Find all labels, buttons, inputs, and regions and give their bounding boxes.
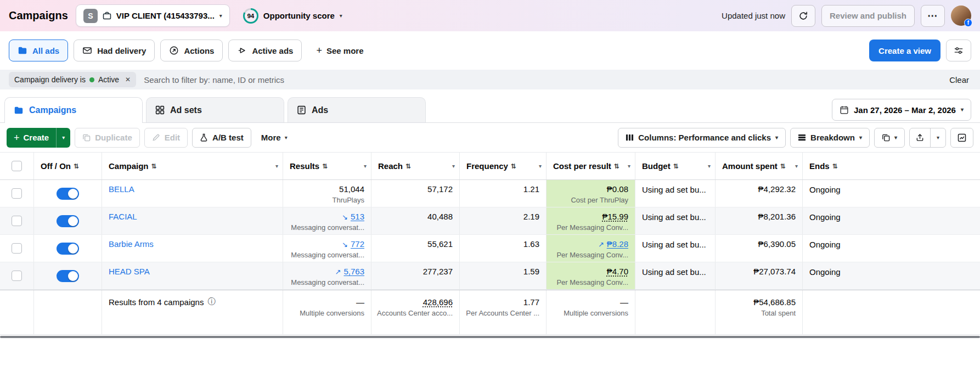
row-checkbox[interactable] <box>12 216 22 226</box>
sort-icon[interactable]: ⇅ <box>614 162 619 170</box>
refresh-button[interactable] <box>791 5 815 27</box>
header-off-on[interactable]: Off / On ⇅ <box>34 153 102 179</box>
chevron-down-icon[interactable]: ▾ <box>795 163 798 169</box>
chevron-down-icon[interactable]: ▾ <box>452 163 455 169</box>
export-icon <box>916 133 924 142</box>
select-all-checkbox[interactable] <box>12 161 22 171</box>
search-input[interactable] <box>144 75 942 85</box>
sort-icon[interactable]: ⇅ <box>322 162 328 170</box>
columns-button[interactable]: Columns: Performance and clicks ▾ <box>618 128 786 148</box>
ab-test-button[interactable]: A/B test <box>192 128 251 148</box>
cost-per-result-value[interactable]: ₱8.28 <box>607 239 628 250</box>
frequency-value: 2.19 <box>523 211 539 222</box>
trend-down-icon: ↘ <box>342 213 348 221</box>
view-charts-button[interactable] <box>950 128 973 148</box>
campaign-link[interactable]: Barbie Arms <box>109 239 154 249</box>
campaign-link[interactable]: HEAD SPA <box>109 267 150 276</box>
toggle-knob <box>68 216 78 226</box>
chevron-down-icon: ▾ <box>62 135 65 140</box>
header-ends[interactable]: Ends ⇅ <box>803 153 980 179</box>
preset-had-delivery[interactable]: Had delivery <box>74 40 155 61</box>
budget-value: Using ad set bu... <box>642 239 706 250</box>
horizontal-scrollbar[interactable] <box>0 336 980 338</box>
tab-ad-sets[interactable]: Ad sets <box>146 97 284 122</box>
results-value[interactable]: 513 <box>351 211 364 222</box>
edit-button[interactable]: Edit <box>144 128 188 148</box>
cost-per-result-value[interactable]: ₱15.99 <box>602 211 628 222</box>
campaign-toggle[interactable] <box>57 215 79 227</box>
header-amount-spent[interactable]: Amount spent ⇅ ▾ <box>716 153 803 179</box>
sort-icon[interactable]: ⇅ <box>780 162 786 170</box>
campaign-toggle[interactable] <box>57 270 79 282</box>
header-results[interactable]: Results ⇅ ▾ <box>283 153 371 179</box>
account-selector[interactable]: S VIP CLIENT (415433793... ▾ <box>76 4 230 27</box>
sort-icon[interactable]: ⇅ <box>405 162 411 170</box>
preset-all-ads[interactable]: All ads <box>9 40 68 61</box>
reports-button[interactable]: ▾ <box>874 128 905 148</box>
header-frequency[interactable]: Frequency ⇅ ▾ <box>460 153 547 179</box>
opportunity-score[interactable]: 94 Opportunity score ▾ <box>243 8 342 24</box>
header-budget[interactable]: Budget ⇅ ▾ <box>635 153 716 179</box>
header-label: Cost per result <box>553 161 611 171</box>
chevron-down-icon[interactable]: ▾ <box>539 163 542 169</box>
sort-icon[interactable]: ⇅ <box>673 162 679 170</box>
profile-avatar[interactable]: f <box>951 5 971 26</box>
summary-amount-sub: Total spent <box>761 309 796 318</box>
preset-active-ads[interactable]: Active ads <box>228 40 302 61</box>
campaign-toggle[interactable] <box>57 243 79 255</box>
create-button[interactable]: + Create ▾ <box>7 128 70 148</box>
header-label: Frequency <box>466 161 508 171</box>
table-row: HEAD SPA ↗ 5,763 Messaging conversat... … <box>0 262 980 290</box>
preset-label: Actions <box>184 46 214 55</box>
filter-chip-campaign-delivery[interactable]: Campaign delivery is Active ✕ <box>9 72 136 87</box>
more-menu-button[interactable]: More ▾ <box>256 133 293 142</box>
chevron-down-icon[interactable]: ▾ <box>708 163 711 169</box>
amount-spent-value: ₱6,390.05 <box>758 239 796 250</box>
header-cost-per-result[interactable]: Cost per result ⇅ ▾ <box>547 153 635 179</box>
duplicate-button[interactable]: Duplicate <box>75 128 140 148</box>
sort-icon[interactable]: ⇅ <box>832 162 838 170</box>
plus-icon: + <box>14 133 20 143</box>
sort-icon[interactable]: ⇅ <box>74 162 79 170</box>
active-status-dot <box>89 77 94 82</box>
row-checkbox[interactable] <box>12 188 22 199</box>
close-icon[interactable]: ✕ <box>123 76 131 83</box>
filter-settings-button[interactable] <box>946 40 971 61</box>
tab-ads[interactable]: Ads <box>288 97 426 122</box>
account-avatar: S <box>83 9 98 23</box>
clear-filters-link[interactable]: Clear <box>949 75 969 85</box>
info-icon[interactable]: ⓘ <box>207 297 215 307</box>
create-dropdown-button[interactable]: ▾ <box>57 128 70 148</box>
create-view-button[interactable]: Create a view <box>869 40 940 61</box>
tab-campaigns[interactable]: Campaigns <box>4 97 143 123</box>
preset-actions[interactable]: Actions <box>160 40 223 61</box>
header-label: Ends <box>809 161 830 171</box>
chevron-down-icon[interactable]: ▾ <box>275 163 278 169</box>
cost-per-result-sub: Cost per ThruPlay <box>571 196 628 205</box>
sort-icon[interactable]: ⇅ <box>151 162 157 170</box>
sort-icon[interactable]: ⇅ <box>511 162 516 170</box>
cost-per-result-value[interactable]: ₱4.70 <box>607 266 628 277</box>
results-value[interactable]: 772 <box>351 239 364 250</box>
header-reach[interactable]: Reach ⇅ ▾ <box>371 153 460 179</box>
updated-status: Updated just now <box>722 11 785 20</box>
chevron-down-icon[interactable]: ▾ <box>628 163 630 169</box>
chevron-down-icon[interactable]: ▾ <box>364 163 367 169</box>
chevron-down-icon: ▾ <box>219 13 222 19</box>
campaign-link[interactable]: FACIAL <box>109 212 137 221</box>
export-dropdown-button[interactable]: ▾ <box>931 128 945 147</box>
row-checkbox[interactable] <box>12 243 22 254</box>
summary-reach-value[interactable]: 428,696 <box>423 297 453 308</box>
review-and-publish-button[interactable]: Review and publish <box>821 5 915 27</box>
more-options-button[interactable]: ⋯ <box>921 5 945 27</box>
results-value[interactable]: 5,763 <box>343 266 364 277</box>
export-button[interactable] <box>910 128 930 147</box>
duplicate-icon <box>82 133 91 142</box>
row-checkbox[interactable] <box>12 271 22 281</box>
campaign-toggle[interactable] <box>57 188 79 200</box>
see-more-button[interactable]: + See more <box>316 46 363 55</box>
date-range-picker[interactable]: Jan 27, 2026 – Mar 2, 2026 ▾ <box>832 99 971 121</box>
campaign-link[interactable]: BELLA <box>109 184 134 194</box>
header-campaign[interactable]: Campaign ⇅ ▾ <box>102 153 283 179</box>
breakdown-button[interactable]: Breakdown ▾ <box>790 128 870 148</box>
